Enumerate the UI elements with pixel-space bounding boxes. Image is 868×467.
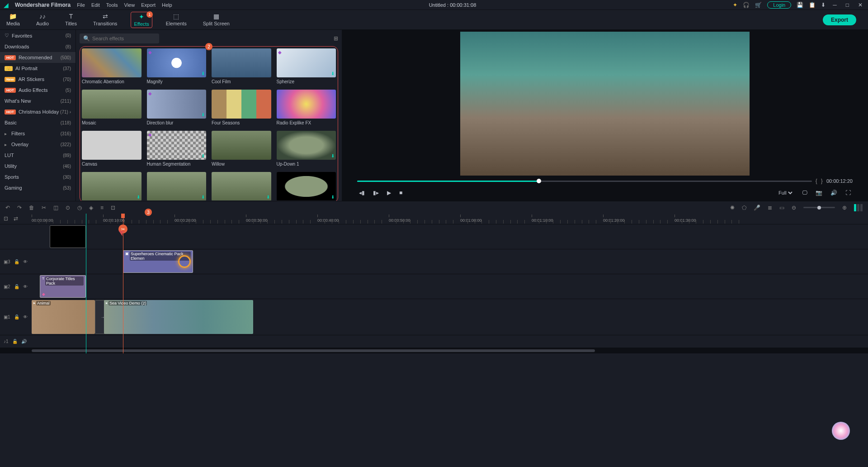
effect-card-item[interactable]: ⬇: [212, 172, 271, 200]
snapshot-icon[interactable]: 📷: [816, 190, 822, 196]
play-icon[interactable]: ▶: [387, 190, 391, 196]
effect-card-canvas[interactable]: Canvas: [82, 131, 142, 167]
menu-help[interactable]: Help: [162, 2, 172, 8]
prev-frame-icon[interactable]: ◂▮: [359, 190, 365, 196]
menu-file[interactable]: File: [77, 2, 85, 8]
effect-card-human-segmentation[interactable]: ◆⬇Human Segmentation: [147, 131, 207, 167]
login-button[interactable]: Login: [767, 1, 791, 9]
maximize-icon[interactable]: □: [844, 2, 851, 8]
zoom-out-icon[interactable]: ⊖: [792, 205, 796, 211]
color-icon[interactable]: ◈: [89, 205, 93, 211]
premium-icon[interactable]: ✦: [733, 2, 737, 8]
download-icon[interactable]: ⬇: [201, 153, 205, 158]
menu-export[interactable]: Export: [141, 2, 156, 8]
save-icon[interactable]: 💾: [797, 2, 803, 8]
effect-card-item[interactable]: ⬇: [147, 172, 207, 200]
download-icon[interactable]: ⬇: [821, 2, 826, 8]
menu-view[interactable]: View: [124, 2, 135, 8]
download-icon[interactable]: ⬇: [201, 195, 205, 200]
crop-icon[interactable]: ◫: [53, 205, 58, 211]
tab-effects[interactable]: ✦Effects1: [131, 12, 152, 28]
zoom-in-icon[interactable]: ⊕: [842, 205, 847, 211]
eye-icon[interactable]: 👁: [23, 259, 28, 264]
lock-icon[interactable]: 🔓: [14, 284, 19, 289]
split-icon[interactable]: ✂: [42, 205, 46, 211]
sidebar-item-sports[interactable]: Sports(30): [0, 172, 75, 182]
clip-corporate[interactable]: T Corporate Titles Pack ◆: [40, 275, 86, 298]
volume-icon[interactable]: 🔊: [830, 190, 837, 196]
effect-card-radio-explike-fx[interactable]: Radio Explike FX: [277, 90, 336, 125]
sidebar-item-filters[interactable]: ▸Filters(316): [0, 128, 75, 139]
playhead-green[interactable]: [86, 214, 86, 353]
quality-select[interactable]: Full: [777, 190, 794, 196]
redo-icon[interactable]: ↷: [17, 205, 22, 211]
download-icon[interactable]: ⬇: [201, 71, 205, 76]
timeline-ruler[interactable]: ⊡ ⇄ 00:00:00:0000:00:10:0000:00:20:0000:…: [0, 214, 868, 224]
download-icon[interactable]: ⬇: [137, 195, 140, 200]
link-icon[interactable]: ⇄: [14, 215, 18, 222]
lock-icon[interactable]: 🔓: [14, 315, 19, 319]
effect-card-cool-film[interactable]: Cool Film: [212, 48, 271, 84]
brace-left-icon[interactable]: {: [816, 178, 817, 184]
display-icon[interactable]: 🖵: [802, 190, 807, 196]
speed-icon[interactable]: ⊙: [66, 205, 70, 211]
tab-titles[interactable]: TTitles: [62, 12, 80, 28]
stop-icon[interactable]: ■: [399, 190, 402, 196]
effect-card-chromatic-aberration[interactable]: Chromatic Aberration: [82, 48, 142, 84]
sidebar-item-ai-portrait[interactable]: 👑AI Portrait(37): [0, 63, 75, 74]
sidebar-item-audio-effects[interactable]: HOTAudio Effects(5): [0, 85, 75, 95]
download-icon[interactable]: ⬇: [201, 112, 205, 117]
sidebar-item-overlay[interactable]: ▸Overlay(322): [0, 139, 75, 150]
effect-card-direction-blur[interactable]: ◆⬇Direction blur: [147, 90, 207, 125]
zoom-slider[interactable]: [803, 207, 835, 208]
export-button[interactable]: Export: [823, 14, 856, 25]
sidebar-item-recommended[interactable]: HOTRecommended(500): [0, 52, 75, 63]
tab-elements[interactable]: ⬚Elements: [163, 12, 189, 28]
record-icon[interactable]: 🎤: [754, 205, 760, 211]
snap-icon[interactable]: ▭: [779, 205, 784, 211]
cart-icon[interactable]: 🛒: [755, 2, 762, 8]
sidebar-item-downloads[interactable]: Downloads(8): [0, 41, 75, 52]
download-icon[interactable]: ⬇: [331, 71, 335, 76]
eye-icon[interactable]: 👁: [23, 284, 28, 289]
clip-superheroes[interactable]: ▣ Superheroes Cinematic Pack Elemen: [123, 250, 193, 273]
sidebar-item-utility[interactable]: Utility(46): [0, 161, 75, 172]
tab-split-screen[interactable]: ▦Split Screen: [200, 12, 232, 28]
sidebar-item-what-s-new[interactable]: What's New(211): [0, 95, 75, 106]
clip-sea-video[interactable]: ▸ Sea Video Demo (2): [104, 300, 253, 334]
delete-icon[interactable]: 🗑: [29, 205, 34, 211]
effect-card-up-down-1[interactable]: ⬇Up-Down 1: [277, 131, 336, 167]
zoom-fit-icon[interactable]: [854, 204, 863, 211]
fullscreen-icon[interactable]: ⛶: [845, 190, 851, 196]
menu-tools[interactable]: Tools: [106, 2, 118, 8]
eye-icon[interactable]: 👁: [23, 315, 28, 319]
timeline-scrollbar[interactable]: [0, 348, 868, 353]
close-icon[interactable]: ✕: [856, 2, 864, 8]
adjust-icon[interactable]: ≡: [100, 205, 104, 211]
speaker-icon[interactable]: 🔊: [21, 339, 27, 344]
notification-icon[interactable]: 📋: [809, 2, 816, 8]
tab-audio[interactable]: ♪♪Audio: [33, 12, 52, 28]
preview-video[interactable]: [460, 32, 750, 176]
effect-card-spherize[interactable]: ◆⬇Spherize: [277, 48, 336, 84]
sidebar-item-basic[interactable]: Basic(118): [0, 117, 75, 128]
clock-icon[interactable]: ◷: [77, 205, 82, 211]
download-icon[interactable]: ⬇: [266, 195, 270, 200]
effect-card-item[interactable]: ⬇: [82, 172, 142, 200]
magnet-icon[interactable]: ⊡: [4, 215, 8, 222]
download-icon[interactable]: ⬇: [331, 153, 335, 158]
sidebar-item-gaming[interactable]: Gaming(53): [0, 182, 75, 193]
sidebar-item-favorites[interactable]: ♡Favorites(0): [0, 30, 75, 41]
greenscreen-icon[interactable]: ⊡: [111, 205, 115, 211]
preview-scrubber[interactable]: [357, 181, 812, 182]
play-pause-icon[interactable]: ▮▸: [373, 190, 379, 196]
tab-media[interactable]: 📁Media: [4, 12, 23, 28]
grid-view-icon[interactable]: ⊞: [334, 35, 338, 42]
preview-frame-clip[interactable]: [50, 225, 86, 248]
minimize-icon[interactable]: ─: [831, 2, 839, 8]
sidebar-item-lut[interactable]: LUT(89): [0, 150, 75, 161]
effect-card-item[interactable]: ⬇: [277, 172, 336, 200]
undo-icon[interactable]: ↶: [5, 205, 10, 211]
sidebar-item-christmas-holiday[interactable]: HOTChristmas Holiday(71) ›: [0, 106, 75, 117]
sidebar-item-ar-stickers[interactable]: NewAR Stickers(70): [0, 74, 75, 85]
